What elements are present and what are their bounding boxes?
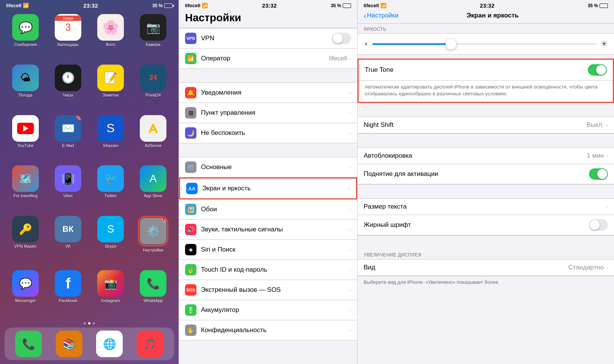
dock-books[interactable]: 📚 (56, 331, 82, 357)
app-messenger[interactable]: 💬 Messenger (6, 270, 45, 317)
app-adsense[interactable]: AdSense (134, 115, 172, 162)
app-icon-appstore[interactable]: A (140, 165, 166, 192)
app-vk[interactable]: ВК VK (49, 216, 87, 266)
app-icon-notes[interactable]: 📝 (97, 65, 124, 91)
app-notes[interactable]: 📝 Заметки (91, 65, 130, 111)
cell-controlcenter[interactable]: ⊞ Пункт управления › (179, 103, 357, 123)
app-icon-vpnmaster[interactable]: 🔑 (12, 216, 39, 242)
app-icon-youtube[interactable] (12, 115, 39, 142)
app-icon-music[interactable]: 🎵 (137, 331, 163, 357)
app-icon-skype[interactable]: S (97, 216, 124, 242)
app-vpnmaster[interactable]: 🔑 VPN Master (6, 216, 45, 266)
app-icon-books[interactable]: 📚 (56, 331, 82, 357)
app-icon-email[interactable]: ✉️ 2 (55, 115, 81, 142)
dock-music[interactable]: 🎵 (137, 331, 163, 357)
app-icon-vk[interactable]: ВК (55, 216, 81, 242)
icon-battery: 🔋 (185, 304, 196, 316)
app-icon-whatsapp[interactable]: 📞 (140, 270, 166, 297)
cell-sos[interactable]: SOS Экстренный вызов — SOS › (179, 280, 357, 300)
status-bar-display: lifecell 📶 23:32 35 % (358, 0, 614, 10)
brightness-slider[interactable] (372, 43, 597, 45)
nightshift-label: Night Shift (364, 121, 586, 129)
brightness-thumb[interactable] (446, 39, 456, 49)
app-icon-chrome[interactable]: 🌐 (96, 331, 123, 357)
cell-donotdisturb[interactable]: 🌙 Не беспокоить › (179, 123, 357, 143)
app-fortravelling[interactable]: 🗺️ For travelling (6, 165, 45, 212)
cell-nightshift[interactable]: Night Shift Выкл. › (358, 117, 614, 133)
cell-vpn[interactable]: VPN VPN (179, 28, 357, 49)
app-youtube[interactable]: YouTube (6, 115, 45, 162)
app-label-calendar: Календарь (57, 42, 79, 47)
email-badge: 2 (77, 115, 81, 120)
app-instagram[interactable]: 📸 Instagram (91, 270, 130, 317)
cell-privacy[interactable]: ✋ Конфиденциальность › (179, 320, 357, 340)
app-appstore[interactable]: A App Store (134, 165, 172, 212)
donotdisturb-icon: 🌙 (187, 130, 195, 137)
app-icon-viber[interactable]: 📳 (55, 165, 81, 192)
dock-chrome[interactable]: 🌐 (96, 331, 123, 357)
raisetowake-toggle[interactable] (589, 168, 608, 180)
status-bar-home: lifecell 📶 23:32 35 % (0, 0, 179, 10)
vpn-toggle[interactable] (332, 33, 351, 44)
cell-operator[interactable]: 📶 Оператор lifecell › (179, 49, 357, 69)
adsense-logo-icon (146, 122, 161, 135)
dock-phone[interactable]: 📞 (15, 331, 42, 357)
cell-sounds[interactable]: 🔊 Звуки, тактильные сигналы › (179, 220, 357, 240)
app-camera[interactable]: 📷 Камера (134, 14, 172, 61)
app-icon-fortravelling[interactable]: 🗺️ (12, 165, 39, 192)
cell-wallpaper[interactable]: 🖼️ Обои › (179, 199, 357, 220)
app-icon-twitter[interactable]: 🐦 (97, 165, 124, 192)
app-twitter[interactable]: 🐦 Twitter (91, 165, 130, 212)
cell-general[interactable]: ⚙️ Основные › (179, 157, 357, 177)
app-photos[interactable]: 🌸 Фото (91, 14, 130, 61)
battery-percent: 35 % (152, 3, 163, 8)
app-viber[interactable]: 📳 Viber (49, 165, 87, 212)
app-icon-messages[interactable]: 💬 (12, 14, 39, 41)
app-icon-shazam[interactable]: S (97, 115, 124, 142)
app-icon-facebook[interactable]: f (55, 270, 81, 297)
app-weather[interactable]: 🌤 Погода (6, 65, 45, 111)
cell-touchid[interactable]: ☝️ Touch ID и код-пароль › (179, 260, 357, 280)
chevron-wallpaper: › (349, 206, 351, 212)
app-icon-phone[interactable]: 📞 (15, 331, 42, 357)
app-icon-photos[interactable]: 🌸 (97, 14, 124, 41)
cell-displaybright[interactable]: AA Экран и яркость › (179, 177, 357, 199)
cell-textsize[interactable]: Размер текста › (358, 199, 614, 215)
view-value: Стандартно (568, 264, 604, 271)
cell-battery-label: Аккумулятор (201, 306, 349, 314)
cell-notifications[interactable]: 🔔 Уведомления › (179, 82, 357, 103)
app-facebook[interactable]: f Facebook (49, 270, 87, 317)
app-icon-camera[interactable]: 📷 (140, 14, 166, 41)
app-icon-weather[interactable]: 🌤 (12, 65, 39, 91)
cell-operator-label: Оператор (201, 55, 329, 62)
app-clock[interactable]: 🕚 Часы (49, 65, 87, 111)
app-settings[interactable]: ⚙️ 1 Настройки (134, 216, 172, 266)
app-icon-clock[interactable]: 🕚 (55, 65, 81, 91)
app-messages[interactable]: 💬 Сообщения (6, 14, 45, 61)
gap-display-2 (358, 134, 614, 147)
app-shazam[interactable]: S Shazam (91, 115, 130, 162)
app-calendar[interactable]: Среда 3 Календарь (49, 14, 87, 61)
privacy-icon: ✋ (187, 327, 195, 334)
app-icon-instagram[interactable]: 📸 (97, 270, 124, 297)
app-icon-messenger[interactable]: 💬 (12, 270, 39, 297)
chevron-view: › (606, 264, 608, 271)
back-button[interactable]: ‹ Настройки (364, 12, 399, 19)
app-icon-adsense[interactable] (140, 115, 166, 142)
true-tone-toggle[interactable] (588, 64, 607, 76)
cell-autolock[interactable]: Автоблокировка 1 мин › (358, 148, 614, 164)
cell-siri[interactable]: ◉ Siri и Поиск › (179, 240, 357, 260)
app-icon-settings[interactable]: ⚙️ 1 (140, 218, 166, 244)
app-icon-privat[interactable]: 24 (140, 65, 166, 91)
app-icon-calendar[interactable]: Среда 3 (55, 14, 81, 41)
status-left-2: lifecell 📶 (185, 3, 208, 8)
cell-view[interactable]: Вид Стандартно › (358, 260, 614, 276)
boldfont-toggle[interactable] (589, 219, 608, 231)
icon-displaybright: AA (186, 183, 198, 194)
cell-battery[interactable]: 🔋 Аккумулятор › (179, 300, 357, 320)
battery-icon-3 (600, 3, 608, 8)
app-email[interactable]: ✉️ 2 E-Mail (49, 115, 87, 162)
app-whatsapp[interactable]: 📞 WhatsApp (134, 270, 172, 317)
app-skype[interactable]: S Skype (91, 216, 130, 266)
app-privat[interactable]: 24 Privat24 (134, 65, 172, 111)
